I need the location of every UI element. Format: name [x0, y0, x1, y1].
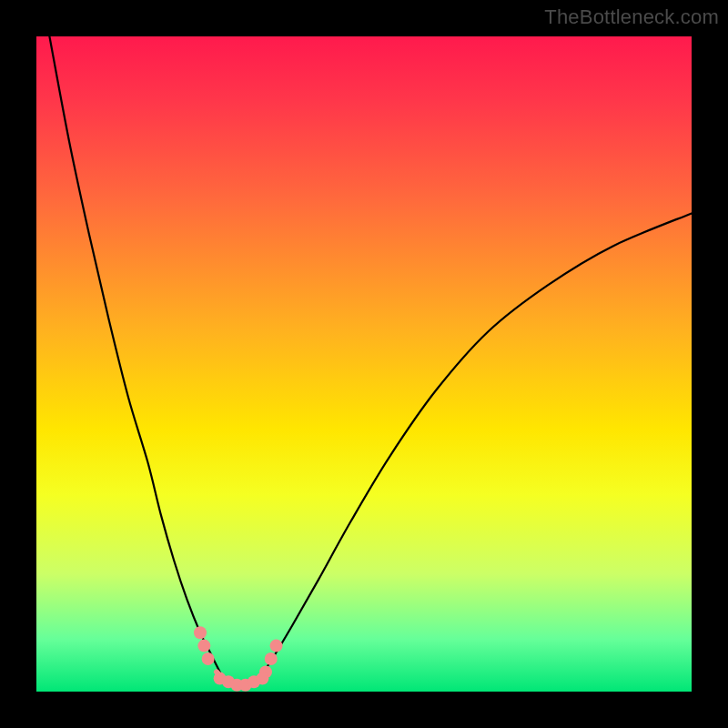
series-left-arm [49, 36, 223, 679]
watermark-text: TheBottleneck.com [544, 5, 719, 29]
marker-floor-dots [256, 672, 268, 685]
marker-left-dots [202, 652, 215, 665]
curve-layer [36, 36, 692, 692]
chart-frame: TheBottleneck.com [0, 0, 728, 728]
series-right-arm [259, 213, 692, 678]
marker-left-dots [197, 640, 210, 652]
marker-right-dots [265, 652, 278, 665]
plot-area [36, 36, 692, 692]
marker-left-dots [194, 626, 207, 639]
marker-right-dots [270, 640, 283, 652]
